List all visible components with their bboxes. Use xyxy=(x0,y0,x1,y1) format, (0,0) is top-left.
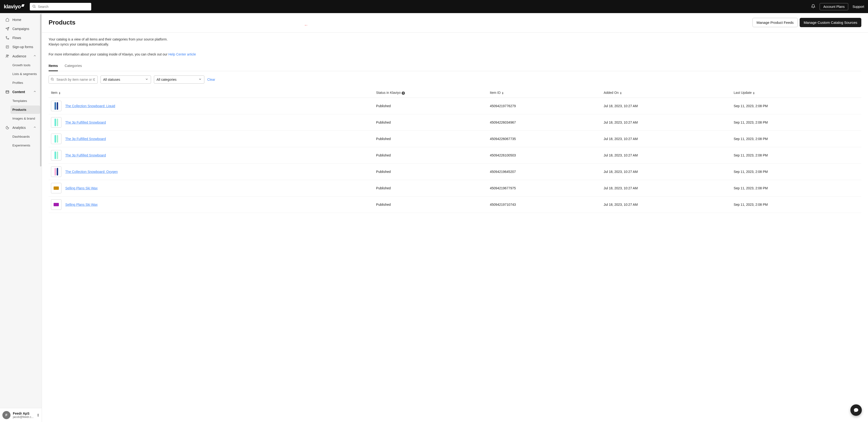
product-name-link[interactable]: Selling Plans Ski Wax xyxy=(65,203,98,206)
sort-icon: ▲▼ xyxy=(58,92,61,95)
item-cell: The 3p Fulfilled Snowboard xyxy=(51,134,371,144)
nav-analytics[interactable]: Analytics xyxy=(1,123,40,132)
nav-audience[interactable]: Audience xyxy=(1,52,40,61)
product-name-link[interactable]: The Collection Snowboard: Oxygen xyxy=(65,170,118,173)
nav-profiles[interactable]: Profiles xyxy=(10,78,40,87)
sort-icon: ▲▼ xyxy=(753,92,755,95)
thumb-shape xyxy=(57,152,58,159)
sort-icon: ▲▼ xyxy=(620,92,622,95)
thumb-shape xyxy=(55,102,56,110)
help-center-link[interactable]: Help Center article xyxy=(168,53,196,56)
product-name-link[interactable]: The 3p Fulfilled Snowboard xyxy=(65,137,106,141)
cell-last-update: Sep 11, 2023, 2:08 PM xyxy=(731,98,861,114)
nav-signup-forms[interactable]: Sign-up forms xyxy=(1,43,40,51)
item-search-input[interactable] xyxy=(49,75,98,84)
product-thumbnail[interactable] xyxy=(51,101,61,111)
sort-icon: ▲▼ xyxy=(502,92,504,95)
cell-added-on: Jul 18, 2023, 10:27 AM xyxy=(601,163,731,180)
nav-campaigns[interactable]: Campaigns xyxy=(1,25,40,33)
manage-custom-sources-button[interactable]: Manage Custom Catalog Sources xyxy=(800,18,861,27)
logo[interactable]: klaviyo xyxy=(4,4,24,10)
chat-fab[interactable] xyxy=(850,404,862,416)
support-link[interactable]: Support xyxy=(852,5,864,8)
cell-item-id: 45094219776279 xyxy=(487,98,601,114)
cell-added-on: Jul 18, 2023, 10:27 AM xyxy=(601,98,731,114)
chevron-up-icon xyxy=(33,90,36,94)
product-thumbnail[interactable] xyxy=(51,166,61,177)
cell-status: Published xyxy=(374,98,488,114)
account-plans-button[interactable]: Account Plans xyxy=(819,3,848,10)
item-cell: The 3p Fulfilled Snowboard xyxy=(51,117,371,128)
item-cell: The 3p Fulfilled Snowboard xyxy=(51,150,371,161)
nav-home[interactable]: Home xyxy=(1,15,40,24)
product-name-link[interactable]: The 3p Fulfilled Snowboard xyxy=(65,121,106,124)
svg-line-14 xyxy=(53,80,54,80)
tab-categories[interactable]: Categories xyxy=(65,61,82,71)
cell-last-update: Sep 11, 2023, 2:08 PM xyxy=(731,130,861,147)
th-added-on[interactable]: Added On▲▼ xyxy=(601,88,731,98)
account-text: Feedr ApS jacob@feedr.c... xyxy=(13,412,35,419)
page-title: Products xyxy=(49,19,75,26)
svg-point-2 xyxy=(6,36,7,37)
product-thumbnail[interactable] xyxy=(51,117,61,128)
table-header-row: Item▲▼ Status in Klaviyoi Item ID▲▼ Adde… xyxy=(49,88,861,98)
sidebar-scrollbar[interactable] xyxy=(40,13,42,422)
product-thumbnail[interactable] xyxy=(51,199,61,210)
product-thumbnail[interactable] xyxy=(51,134,61,144)
svg-marker-12 xyxy=(305,25,308,25)
nav-content[interactable]: Content xyxy=(1,88,40,96)
search-icon xyxy=(32,4,36,9)
manage-product-feeds-button[interactable]: Manage Product Feeds xyxy=(752,18,798,27)
cell-item-id: 45094226067735 xyxy=(487,130,601,147)
nav-label: Content xyxy=(12,90,25,94)
tab-items[interactable]: Items xyxy=(49,61,58,71)
nav-flows[interactable]: Flows xyxy=(1,34,40,42)
desc-prefix: For more information about your catalog … xyxy=(49,53,168,56)
chevron-up-icon xyxy=(33,54,36,58)
nav-templates[interactable]: Templates xyxy=(10,97,40,105)
category-select[interactable]: All categories xyxy=(154,75,205,84)
nav-label: Flows xyxy=(12,36,21,40)
nav-experiments[interactable]: Experiments xyxy=(10,141,40,150)
nav-dashboards[interactable]: Dashboards xyxy=(10,132,40,141)
form-icon xyxy=(5,45,9,49)
scrollbar-thumb[interactable] xyxy=(40,14,41,166)
chat-icon xyxy=(854,408,859,413)
product-name-link[interactable]: The 3p Fulfilled Snowboard xyxy=(65,153,106,157)
home-icon xyxy=(5,18,9,22)
th-item[interactable]: Item▲▼ xyxy=(49,88,374,98)
search-icon xyxy=(51,77,54,82)
table-row: The Collection Snowboard: Liquid Publish… xyxy=(49,98,861,114)
account-switcher[interactable]: F Feedr ApS jacob@feedr.c... ▲▼ xyxy=(0,408,42,422)
header-actions: Manage Product Feeds Manage Custom Catal… xyxy=(752,18,861,27)
cell-status: Published xyxy=(374,180,488,196)
main: Products Manage Product Feeds Manage Cus… xyxy=(42,13,868,422)
cell-status: Published xyxy=(374,147,488,163)
product-thumbnail[interactable] xyxy=(51,183,61,193)
product-thumbnail[interactable] xyxy=(51,150,61,161)
item-cell: Selling Plans Ski Wax xyxy=(51,199,371,210)
nav-label: Analytics xyxy=(12,126,26,130)
product-name-link[interactable]: The Collection Snowboard: Liquid xyxy=(65,104,115,108)
product-name-link[interactable]: Selling Plans Ski Wax xyxy=(65,186,98,190)
table-row: The 3p Fulfilled Snowboard Published4509… xyxy=(49,130,861,147)
global-search-input[interactable] xyxy=(30,3,91,10)
nav-images-brand[interactable]: Images & brand xyxy=(10,114,40,123)
nav-lists-segments[interactable]: Lists & segments xyxy=(10,70,40,78)
th-item-id[interactable]: Item ID▲▼ xyxy=(487,88,601,98)
tabs: Items Categories xyxy=(49,61,861,71)
table-row: The 3p Fulfilled Snowboard Published4509… xyxy=(49,147,861,163)
table-row: The Collection Snowboard: Oxygen Publish… xyxy=(49,163,861,180)
logo-mark-icon xyxy=(21,4,25,7)
nav-growth-tools[interactable]: Growth tools xyxy=(10,61,40,69)
clear-filters-link[interactable]: Clear xyxy=(207,78,215,82)
account-email: jacob@feedr.c... xyxy=(13,415,35,419)
nav-products[interactable]: Products xyxy=(10,105,40,114)
th-last-update[interactable]: Last Update▲▼ xyxy=(731,88,861,98)
cell-item-id: 45094219710743 xyxy=(487,196,601,213)
notifications-icon[interactable] xyxy=(811,4,815,9)
svg-point-13 xyxy=(51,78,53,80)
status-select[interactable]: All statuses xyxy=(100,75,151,84)
info-icon[interactable]: i xyxy=(402,92,405,95)
th-label: Last Update xyxy=(734,91,752,95)
